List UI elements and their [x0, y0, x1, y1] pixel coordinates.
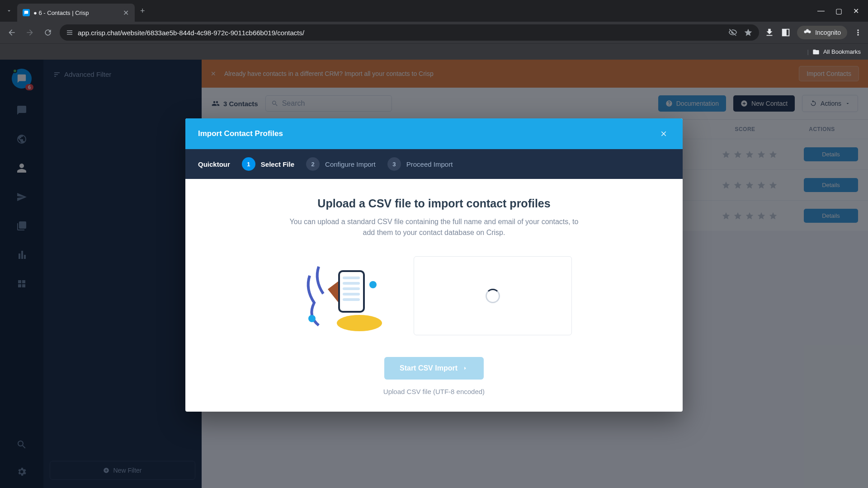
start-import-label: Start CSV Import: [400, 364, 458, 372]
modal-heading: Upload a CSV file to import contact prof…: [207, 197, 661, 210]
tab-title: ● 6 - Contacts | Crisp: [33, 9, 118, 16]
step-proceed-import[interactable]: 3 Proceed Import: [387, 157, 453, 171]
file-dropzone[interactable]: [414, 256, 572, 335]
url-text: app.crisp.chat/website/6833ae5b-844d-4c9…: [78, 29, 724, 37]
nav-forward-button[interactable]: [24, 26, 36, 39]
url-bar[interactable]: app.crisp.chat/website/6833ae5b-844d-4c9…: [60, 24, 759, 41]
browser-tab-strip: ● 6 - Contacts | Crisp ✕ + — ▢ ✕: [0, 0, 868, 22]
incognito-icon: [803, 28, 811, 37]
close-icon: [660, 130, 668, 138]
svg-point-2: [369, 281, 377, 288]
svg-rect-7: [343, 293, 360, 296]
step-select-file[interactable]: 1 Select File: [242, 157, 294, 171]
svg-rect-6: [343, 287, 360, 290]
browser-toolbar: app.crisp.chat/website/6833ae5b-844d-4c9…: [0, 22, 868, 43]
all-bookmarks-link[interactable]: All Bookmarks: [823, 48, 861, 55]
modal-close-button[interactable]: [657, 127, 670, 140]
browser-menu-icon[interactable]: [854, 28, 863, 37]
modal-steps: Quicktour 1 Select File 2 Configure Impo…: [185, 149, 683, 179]
step-num: 3: [387, 157, 401, 171]
bookmark-star-icon[interactable]: [744, 28, 753, 37]
upload-illustration: [296, 258, 387, 334]
step-num: 2: [306, 157, 320, 171]
bookmarks-bar: | All Bookmarks: [0, 43, 868, 60]
nav-reload-button[interactable]: [42, 26, 54, 39]
side-panel-icon[interactable]: [781, 28, 791, 38]
eye-off-icon[interactable]: [728, 28, 737, 37]
svg-point-1: [308, 315, 316, 322]
upload-note: Upload CSV file (UTF-8 encoded): [207, 388, 661, 395]
modal-title: Import Contact Profiles: [198, 129, 283, 138]
tab-close-icon[interactable]: ✕: [122, 9, 129, 16]
svg-rect-5: [343, 282, 360, 285]
step-label: Select File: [261, 160, 294, 168]
modal-header: Import Contact Profiles: [185, 118, 683, 149]
start-import-button[interactable]: Start CSV Import: [384, 357, 484, 380]
nav-back-button[interactable]: [5, 26, 18, 39]
svg-rect-8: [343, 298, 360, 301]
quicktour-link[interactable]: Quicktour: [198, 160, 230, 168]
new-tab-button[interactable]: +: [140, 6, 145, 16]
window-controls: — ▢ ✕: [817, 7, 864, 15]
browser-tab[interactable]: ● 6 - Contacts | Crisp ✕: [17, 4, 135, 22]
incognito-badge[interactable]: Incognito: [797, 26, 847, 39]
step-num: 1: [242, 157, 255, 171]
step-label: Configure Import: [325, 160, 376, 168]
chevron-right-icon: [462, 365, 468, 371]
window-close-icon[interactable]: ✕: [853, 7, 859, 15]
modal-body: Upload a CSV file to import contact prof…: [185, 179, 683, 412]
import-modal: Import Contact Profiles Quicktour 1 Sele…: [185, 118, 683, 412]
window-minimize-icon[interactable]: —: [817, 7, 825, 15]
window-maximize-icon[interactable]: ▢: [835, 7, 842, 15]
svg-rect-4: [343, 277, 360, 279]
tab-search-dropdown[interactable]: [4, 5, 14, 16]
modal-description: You can upload a standard CSV file conta…: [285, 216, 583, 238]
step-configure-import[interactable]: 2 Configure Import: [306, 157, 376, 171]
svg-point-0: [337, 315, 382, 331]
step-label: Proceed Import: [406, 160, 453, 168]
folder-icon: [812, 48, 820, 56]
loading-spinner-icon: [486, 289, 500, 303]
tab-favicon-icon: [23, 9, 30, 16]
downloads-icon[interactable]: [764, 28, 774, 38]
modal-overlay[interactable]: Import Contact Profiles Quicktour 1 Sele…: [0, 60, 868, 488]
incognito-label: Incognito: [815, 29, 841, 36]
site-settings-icon[interactable]: [66, 29, 73, 36]
